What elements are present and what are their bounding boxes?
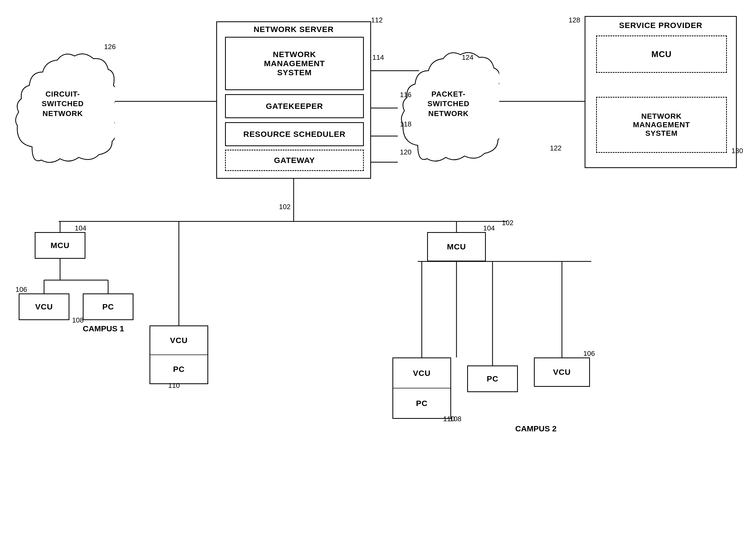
circuit-switched-network: CAMPUS 1 CIRCUIT-SWITCHEDNETWORK — [11, 45, 115, 163]
label-102-2: 102 — [502, 219, 513, 227]
center-vcu-pc-box: VCU PC — [149, 325, 208, 384]
diagram: CAMPUS 1 CIRCUIT-SWITCHEDNETWORK PACKET-… — [0, 0, 756, 541]
nms-box: NETWORKMANAGEMENTSYSTEM — [225, 37, 364, 90]
sp-nms-box: NETWORKMANAGEMENTSYSTEM — [596, 97, 727, 153]
campus2-pc-box: PC — [467, 365, 518, 392]
campus2-vcu-right-box: VCU — [534, 357, 590, 387]
label-106-1: 106 — [15, 285, 27, 294]
label-128: 128 — [569, 16, 580, 24]
label-104-1: 104 — [75, 224, 86, 232]
service-provider-box: SERVICE PROVIDER MCU NETWORKMANAGEMENTSY… — [585, 16, 737, 168]
label-112: 112 — [371, 16, 383, 24]
label-124: 124 — [462, 53, 473, 62]
label-122: 122 — [550, 144, 561, 152]
campus2-label: CAMPUS 2 — [515, 424, 557, 433]
label-116: 116 — [400, 91, 411, 99]
label-110-2: 110 — [443, 415, 455, 423]
network-server-label: NETWORK SERVER — [254, 25, 334, 34]
service-provider-label: SERVICE PROVIDER — [619, 21, 702, 30]
label-104-2: 104 — [483, 224, 495, 232]
packet-switched-network: PACKET-SWITCHEDNETWORK — [398, 45, 499, 163]
gatekeeper-box: GATEKEEPER — [225, 94, 364, 118]
campus1-vcu-box: VCU — [19, 293, 69, 320]
label-114: 114 — [372, 53, 384, 62]
label-130: 130 — [731, 147, 743, 155]
label-108-1: 108 — [72, 316, 84, 324]
label-110-1: 110 — [168, 381, 180, 390]
campus1-mcu-box: MCU — [35, 232, 85, 259]
sp-mcu-box: MCU — [596, 36, 727, 73]
network-server-box: NETWORK SERVER NETWORKMANAGEMENTSYSTEM G… — [216, 21, 371, 179]
campus2-vcu-pc-left-box: VCU PC — [392, 357, 451, 419]
label-120: 120 — [400, 148, 411, 156]
campus2-mcu-box: MCU — [427, 232, 486, 262]
resource-scheduler-box: RESOURCE SCHEDULER — [225, 122, 364, 146]
label-118: 118 — [400, 120, 411, 128]
label-102-1: 102 — [279, 203, 290, 211]
label-106-2: 106 — [583, 349, 595, 358]
gateway-box: GATEWAY — [225, 150, 364, 171]
campus1-label: CAMPUS 1 — [83, 324, 124, 333]
label-126: 126 — [104, 43, 116, 51]
campus1-pc-box: PC — [83, 293, 133, 320]
